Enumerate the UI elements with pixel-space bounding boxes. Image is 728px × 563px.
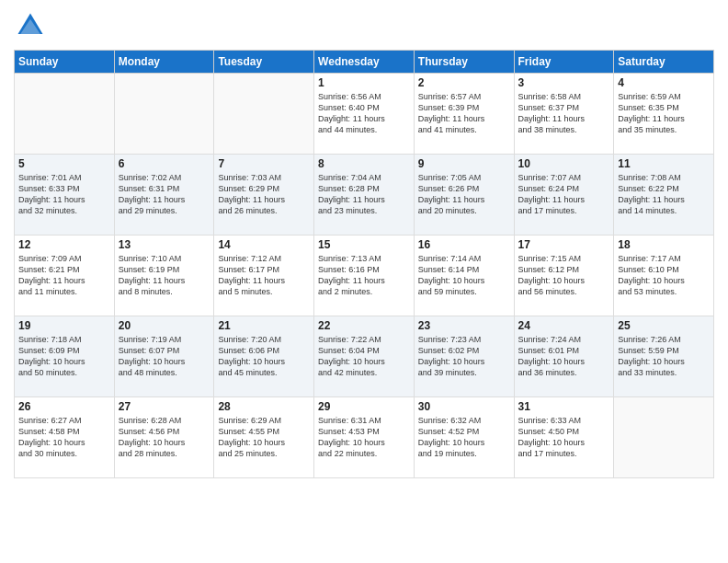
day-info: Sunrise: 7:18 AMSunset: 6:09 PMDaylight:… bbox=[18, 334, 110, 379]
calendar-cell bbox=[614, 397, 714, 478]
day-number: 16 bbox=[418, 238, 510, 251]
calendar-cell: 4Sunrise: 6:59 AMSunset: 6:35 PMDaylight… bbox=[614, 74, 714, 155]
calendar-cell: 30Sunrise: 6:32 AMSunset: 4:52 PMDayligh… bbox=[414, 397, 514, 478]
weekday-header-thursday: Thursday bbox=[414, 51, 514, 74]
calendar-cell: 8Sunrise: 7:04 AMSunset: 6:28 PMDaylight… bbox=[314, 155, 415, 236]
day-info: Sunrise: 7:14 AMSunset: 6:14 PMDaylight:… bbox=[418, 253, 510, 298]
calendar-cell: 14Sunrise: 7:12 AMSunset: 6:17 PMDayligh… bbox=[214, 236, 314, 316]
day-info: Sunrise: 7:05 AMSunset: 6:26 PMDaylight:… bbox=[418, 172, 510, 217]
calendar-cell: 13Sunrise: 7:10 AMSunset: 6:19 PMDayligh… bbox=[114, 236, 214, 316]
calendar-cell: 7Sunrise: 7:03 AMSunset: 6:29 PMDaylight… bbox=[214, 155, 314, 236]
weekday-header-wednesday: Wednesday bbox=[314, 51, 415, 74]
calendar-cell bbox=[15, 74, 115, 155]
day-number: 8 bbox=[318, 157, 410, 170]
day-info: Sunrise: 7:24 AMSunset: 6:01 PMDaylight:… bbox=[518, 334, 610, 379]
header bbox=[14, 9, 714, 42]
calendar-cell: 27Sunrise: 6:28 AMSunset: 4:56 PMDayligh… bbox=[114, 397, 214, 478]
day-info: Sunrise: 7:17 AMSunset: 6:10 PMDaylight:… bbox=[618, 253, 710, 298]
day-info: Sunrise: 7:15 AMSunset: 6:12 PMDaylight:… bbox=[518, 253, 610, 298]
day-info: Sunrise: 6:32 AMSunset: 4:52 PMDaylight:… bbox=[418, 415, 510, 460]
calendar-week-row: 26Sunrise: 6:27 AMSunset: 4:58 PMDayligh… bbox=[15, 397, 714, 478]
calendar-cell: 2Sunrise: 6:57 AMSunset: 6:39 PMDaylight… bbox=[414, 74, 514, 155]
calendar-cell bbox=[114, 74, 214, 155]
weekday-header-tuesday: Tuesday bbox=[214, 51, 314, 74]
calendar-cell: 1Sunrise: 6:56 AMSunset: 6:40 PMDaylight… bbox=[314, 74, 415, 155]
day-number: 18 bbox=[618, 238, 710, 251]
day-number: 2 bbox=[418, 76, 510, 89]
day-number: 6 bbox=[119, 157, 210, 170]
calendar-cell: 16Sunrise: 7:14 AMSunset: 6:14 PMDayligh… bbox=[414, 236, 514, 316]
day-number: 5 bbox=[18, 157, 110, 170]
calendar-cell: 22Sunrise: 7:22 AMSunset: 6:04 PMDayligh… bbox=[314, 316, 415, 397]
day-info: Sunrise: 7:13 AMSunset: 6:16 PMDaylight:… bbox=[318, 253, 410, 298]
day-number: 11 bbox=[618, 157, 710, 170]
weekday-header-sunday: Sunday bbox=[15, 51, 115, 74]
day-info: Sunrise: 6:28 AMSunset: 4:56 PMDaylight:… bbox=[119, 415, 210, 460]
day-info: Sunrise: 7:10 AMSunset: 6:19 PMDaylight:… bbox=[119, 253, 210, 298]
day-info: Sunrise: 7:01 AMSunset: 6:33 PMDaylight:… bbox=[18, 172, 110, 217]
logo bbox=[14, 9, 51, 42]
calendar-week-row: 5Sunrise: 7:01 AMSunset: 6:33 PMDaylight… bbox=[15, 155, 714, 236]
logo-icon bbox=[14, 9, 47, 42]
day-number: 26 bbox=[18, 400, 110, 413]
calendar-cell: 20Sunrise: 7:19 AMSunset: 6:07 PMDayligh… bbox=[114, 316, 214, 397]
day-info: Sunrise: 7:22 AMSunset: 6:04 PMDaylight:… bbox=[318, 334, 410, 379]
calendar-cell: 15Sunrise: 7:13 AMSunset: 6:16 PMDayligh… bbox=[314, 236, 415, 316]
day-info: Sunrise: 7:03 AMSunset: 6:29 PMDaylight:… bbox=[218, 172, 310, 217]
day-info: Sunrise: 6:59 AMSunset: 6:35 PMDaylight:… bbox=[618, 91, 710, 136]
calendar-cell: 10Sunrise: 7:07 AMSunset: 6:24 PMDayligh… bbox=[514, 155, 614, 236]
calendar-cell: 26Sunrise: 6:27 AMSunset: 4:58 PMDayligh… bbox=[15, 397, 115, 478]
day-number: 27 bbox=[119, 400, 210, 413]
day-info: Sunrise: 6:31 AMSunset: 4:53 PMDaylight:… bbox=[318, 415, 410, 460]
calendar-cell: 19Sunrise: 7:18 AMSunset: 6:09 PMDayligh… bbox=[15, 316, 115, 397]
day-number: 7 bbox=[218, 157, 310, 170]
day-number: 25 bbox=[618, 319, 710, 332]
day-info: Sunrise: 7:09 AMSunset: 6:21 PMDaylight:… bbox=[18, 253, 110, 298]
calendar-week-row: 19Sunrise: 7:18 AMSunset: 6:09 PMDayligh… bbox=[15, 316, 714, 397]
calendar-cell: 11Sunrise: 7:08 AMSunset: 6:22 PMDayligh… bbox=[614, 155, 714, 236]
day-number: 20 bbox=[119, 319, 210, 332]
calendar-cell: 24Sunrise: 7:24 AMSunset: 6:01 PMDayligh… bbox=[514, 316, 614, 397]
day-number: 23 bbox=[418, 319, 510, 332]
day-number: 13 bbox=[119, 238, 210, 251]
day-info: Sunrise: 6:27 AMSunset: 4:58 PMDaylight:… bbox=[18, 415, 110, 460]
day-info: Sunrise: 6:29 AMSunset: 4:55 PMDaylight:… bbox=[218, 415, 310, 460]
calendar-cell: 18Sunrise: 7:17 AMSunset: 6:10 PMDayligh… bbox=[614, 236, 714, 316]
day-number: 29 bbox=[318, 400, 410, 413]
day-number: 1 bbox=[318, 76, 410, 89]
day-number: 14 bbox=[218, 238, 310, 251]
page: SundayMondayTuesdayWednesdayThursdayFrid… bbox=[0, 0, 728, 563]
weekday-header-friday: Friday bbox=[514, 51, 614, 74]
weekday-header-saturday: Saturday bbox=[614, 51, 714, 74]
day-number: 21 bbox=[218, 319, 310, 332]
day-info: Sunrise: 6:57 AMSunset: 6:39 PMDaylight:… bbox=[418, 91, 510, 136]
calendar: SundayMondayTuesdayWednesdayThursdayFrid… bbox=[14, 50, 714, 478]
calendar-cell: 23Sunrise: 7:23 AMSunset: 6:02 PMDayligh… bbox=[414, 316, 514, 397]
weekday-header-row: SundayMondayTuesdayWednesdayThursdayFrid… bbox=[15, 51, 714, 74]
day-number: 24 bbox=[518, 319, 610, 332]
day-info: Sunrise: 6:58 AMSunset: 6:37 PMDaylight:… bbox=[518, 91, 610, 136]
day-info: Sunrise: 7:02 AMSunset: 6:31 PMDaylight:… bbox=[119, 172, 210, 217]
day-number: 3 bbox=[518, 76, 610, 89]
day-number: 4 bbox=[618, 76, 710, 89]
calendar-week-row: 12Sunrise: 7:09 AMSunset: 6:21 PMDayligh… bbox=[15, 236, 714, 316]
calendar-cell: 17Sunrise: 7:15 AMSunset: 6:12 PMDayligh… bbox=[514, 236, 614, 316]
day-number: 31 bbox=[518, 400, 610, 413]
day-info: Sunrise: 7:20 AMSunset: 6:06 PMDaylight:… bbox=[218, 334, 310, 379]
day-info: Sunrise: 7:07 AMSunset: 6:24 PMDaylight:… bbox=[518, 172, 610, 217]
calendar-cell: 21Sunrise: 7:20 AMSunset: 6:06 PMDayligh… bbox=[214, 316, 314, 397]
day-info: Sunrise: 6:56 AMSunset: 6:40 PMDaylight:… bbox=[318, 91, 410, 136]
day-info: Sunrise: 7:23 AMSunset: 6:02 PMDaylight:… bbox=[418, 334, 510, 379]
day-number: 9 bbox=[418, 157, 510, 170]
calendar-cell: 12Sunrise: 7:09 AMSunset: 6:21 PMDayligh… bbox=[15, 236, 115, 316]
day-info: Sunrise: 7:04 AMSunset: 6:28 PMDaylight:… bbox=[318, 172, 410, 217]
day-info: Sunrise: 7:19 AMSunset: 6:07 PMDaylight:… bbox=[119, 334, 210, 379]
calendar-cell: 5Sunrise: 7:01 AMSunset: 6:33 PMDaylight… bbox=[15, 155, 115, 236]
day-info: Sunrise: 7:12 AMSunset: 6:17 PMDaylight:… bbox=[218, 253, 310, 298]
day-number: 10 bbox=[518, 157, 610, 170]
day-number: 17 bbox=[518, 238, 610, 251]
day-info: Sunrise: 7:26 AMSunset: 5:59 PMDaylight:… bbox=[618, 334, 710, 379]
calendar-cell: 31Sunrise: 6:33 AMSunset: 4:50 PMDayligh… bbox=[514, 397, 614, 478]
day-number: 30 bbox=[418, 400, 510, 413]
calendar-cell bbox=[214, 74, 314, 155]
